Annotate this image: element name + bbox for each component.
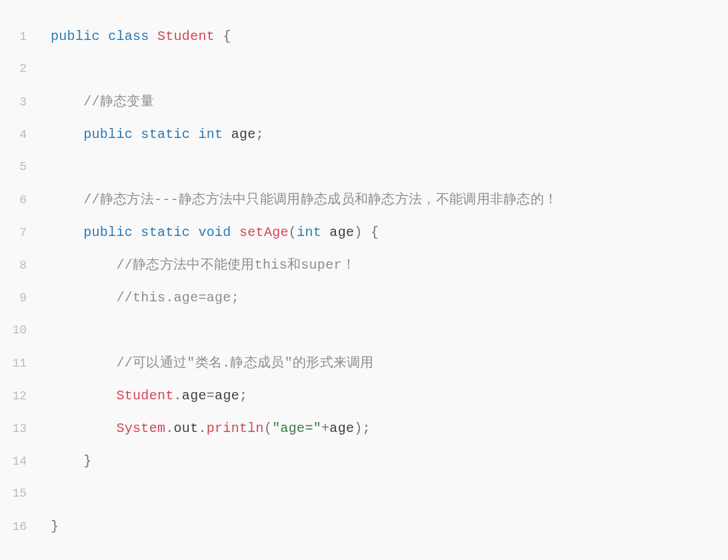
token: { [371,225,379,240]
token: age [329,225,354,240]
token: //静态方法---静态方法中只能调用静态成员和静态方法，不能调用非静态的！ [83,192,557,207]
line-number: 4 [0,119,32,151]
code-line: 11 //可以通过"类名.静态成员"的形式来调用 [0,347,728,379]
token: setAge [239,225,289,240]
token: ) [354,225,362,240]
token: = [207,388,215,403]
code-line: 14 } [0,445,728,477]
token: System [116,421,165,436]
line-content: //静态方法中不能使用this和super！ [32,249,355,281]
token: age [231,127,256,142]
code-line: 4 public static int age; [0,118,728,151]
line-number: 16 [0,511,32,543]
token [100,29,108,44]
line-number: 13 [0,413,32,445]
token: ) [354,421,362,436]
line-content: Student.age=age; [32,379,247,412]
token [363,225,371,240]
token: } [51,519,59,534]
line-content: } [32,510,59,543]
token: + [321,421,329,436]
token: static [141,225,190,240]
token: static [141,127,190,142]
token: { [223,29,231,44]
token [149,29,157,44]
line-number: 11 [0,347,32,380]
token: public [51,29,100,44]
token: int [297,225,321,240]
token [133,127,141,142]
code-line: 5 [0,151,728,183]
token: public [83,127,133,142]
line-number: 7 [0,217,32,249]
token: public [83,225,133,240]
token: ( [264,421,272,436]
token [223,127,231,142]
line-number: 5 [0,151,32,183]
line-number: 3 [0,86,32,119]
token: Student [116,388,173,403]
line-content: //this.age=age; [32,281,239,314]
token: age [215,388,239,403]
line-number: 14 [0,445,32,478]
line-content: //可以通过"类名.静态成员"的形式来调用 [32,347,374,379]
token: ( [289,225,297,240]
code-line: 15 [0,477,728,510]
token: //可以通过"类名.静态成员"的形式来调用 [116,355,373,371]
token: println [207,421,264,436]
token [190,225,198,240]
token: "age=" [272,421,321,436]
token: . [174,388,182,403]
token [133,225,141,240]
line-number: 8 [0,249,32,282]
line-content: public class Student { [32,20,231,53]
line-content: } [32,445,92,477]
line-content: public static int age; [32,118,264,151]
line-content: System.out.println("age="+age); [32,412,371,445]
code-line: 9 //this.age=age; [0,281,728,314]
line-content: //静态变量 [32,85,154,118]
token [190,127,198,142]
token: class [108,29,149,44]
code-line: 7 public static void setAge(int age) { [0,216,728,249]
line-number: 15 [0,477,32,510]
code-line: 16} [0,510,728,543]
code-line: 13 System.out.println("age="+age); [0,412,728,445]
token: ; [239,388,247,403]
token: } [83,453,91,469]
code-line: 3 //静态变量 [0,85,728,118]
token: out [174,421,199,436]
token: //this.age=age; [116,290,239,305]
token [215,29,223,44]
token [321,225,329,240]
token: . [165,421,173,436]
token: age [182,388,207,403]
line-number: 10 [0,314,32,347]
token: ; [363,421,371,436]
line-number: 6 [0,184,32,217]
token: void [198,225,231,240]
line-number: 1 [0,21,32,53]
code-line: 6 //静态方法---静态方法中只能调用静态成员和静态方法，不能调用非静态的！ [0,183,728,216]
line-number: 12 [0,380,32,413]
token: . [198,421,206,436]
token: age [329,421,354,436]
code-line: 1public class Student { [0,20,728,53]
token: ; [256,127,264,142]
token: Student [157,29,215,44]
token [231,225,239,240]
line-content: //静态方法---静态方法中只能调用静态成员和静态方法，不能调用非静态的！ [32,183,557,216]
line-content: public static void setAge(int age) { [32,216,379,249]
code-line: 8 //静态方法中不能使用this和super！ [0,249,728,281]
code-line: 12 Student.age=age; [0,379,728,412]
code-block: 1public class Student {23 //静态变量4 public… [0,0,728,560]
token: //静态方法中不能使用this和super！ [116,257,355,273]
line-number: 2 [0,53,32,85]
code-line: 2 [0,53,728,85]
code-line: 10 [0,314,728,347]
token: int [198,127,223,142]
line-number: 9 [0,282,32,315]
token: //静态变量 [83,94,154,109]
